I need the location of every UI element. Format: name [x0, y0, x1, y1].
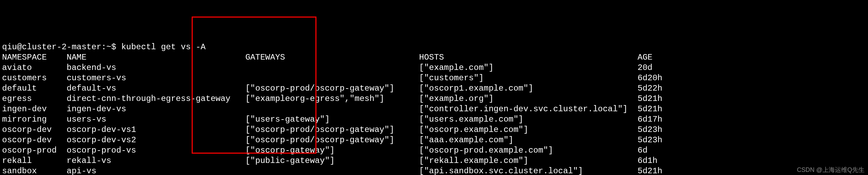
table-row: sandbox api-vs ["api.sandbox.svc.cluster… — [2, 166, 866, 175]
table-row: default default-vs ["oscorp-prod/oscorp-… — [2, 83, 866, 94]
table-row: rekall rekall-vs ["public-gateway"] ["re… — [2, 156, 866, 166]
table-row: ingen-dev ingen-dev-vs ["controller.inge… — [2, 104, 866, 114]
table-row: oscorp-dev oscorp-dev-vs2 ["oscorp-prod/… — [2, 135, 866, 145]
shell-prompt: qiu@cluster-2-master:~$ — [2, 42, 121, 52]
table-row: oscorp-dev oscorp-dev-vs1 ["oscorp-prod/… — [2, 125, 866, 135]
watermark-text: CSDN @上海运维Q先生 — [797, 166, 865, 174]
table-header-row: NAMESPACE NAME GATEWAYS HOSTS AGE — [2, 52, 866, 63]
table-row: oscorp-prod oscorp-prod-vs ["oscorp-gate… — [2, 145, 866, 156]
table-row: aviato backend-vs ["example.com"] 20d — [2, 63, 866, 73]
kubectl-command: kubectl get vs -A — [121, 42, 206, 52]
table-row: customers customers-vs ["customers"] 6d2… — [2, 73, 866, 83]
command-line: qiu@cluster-2-master:~$ kubectl get vs -… — [2, 42, 866, 52]
table-row: mirroring users-vs ["users-gateway"] ["u… — [2, 114, 866, 125]
table-row: egress direct-cnn-through-egress-gateway… — [2, 94, 866, 104]
terminal-output: qiu@cluster-2-master:~$ kubectl get vs -… — [2, 42, 866, 175]
